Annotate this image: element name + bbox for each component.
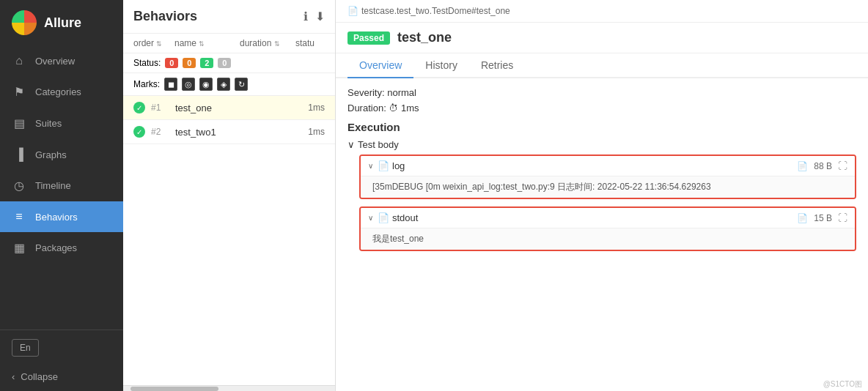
horizontal-scrollbar[interactable] <box>123 385 335 391</box>
sidebar-item-categories[interactable]: ⚑ Categories <box>0 76 123 108</box>
mark-icon-0[interactable]: ◼ <box>164 78 177 91</box>
sidebar-logo: Allure <box>0 0 123 45</box>
attachment-stdout-header[interactable]: ∨ 📄 stdout 📄 15 B ⛶ <box>361 208 855 228</box>
download-icon[interactable]: ⬇ <box>315 10 325 23</box>
detail-test-name: test_one <box>397 30 452 45</box>
detail-body: Severity: normal Duration: ⏱ 1ms Executi… <box>336 78 868 391</box>
test-duration: 1ms <box>303 127 325 137</box>
timeline-icon: ◷ <box>12 179 26 193</box>
scrollbar-thumb[interactable] <box>130 387 218 391</box>
sort-arrows-order[interactable]: ⇅ <box>156 40 162 48</box>
status-badge-passed: 2 <box>200 58 213 68</box>
chevron-down-icon: ∨ <box>347 139 355 150</box>
duration-row: Duration: ⏱ 1ms <box>347 103 856 113</box>
watermark: @S1CTO图 <box>823 379 862 390</box>
mark-icon-3[interactable]: ◈ <box>217 78 230 91</box>
attachment-log-meta: 📄 88 B ⛶ <box>797 160 847 171</box>
test-body-header: ∨ Test body <box>347 139 856 150</box>
sidebar-item-label: Overview <box>35 56 75 67</box>
sort-arrows-duration[interactable]: ⇅ <box>274 40 280 48</box>
test-name: test_two1 <box>175 127 297 138</box>
graph-icon: ▐ <box>12 148 26 161</box>
behaviors-toolbar: ℹ ⬇ <box>304 10 325 23</box>
file-size-icon: 📄 <box>797 213 808 223</box>
severity-value: normal <box>387 87 416 98</box>
detail-panel: 📄 testcase.test_two.TestDome#test_one Pa… <box>336 0 868 391</box>
sidebar-item-label: Timeline <box>35 180 71 191</box>
sidebar-item-graphs[interactable]: ▐ Graphs <box>0 139 123 170</box>
tab-retries[interactable]: Retries <box>469 53 525 78</box>
attachment-stdout-label: stdout <box>392 212 418 223</box>
sidebar-item-timeline[interactable]: ◷ Timeline <box>0 170 123 201</box>
tab-history[interactable]: History <box>413 53 469 78</box>
test-body-label: Test body <box>358 139 399 150</box>
sidebar-bottom: En ‹ Collapse <box>0 329 123 391</box>
column-duration: duration ⇅ <box>240 38 291 48</box>
mark-icon-2[interactable]: ◉ <box>199 78 213 91</box>
marks-label: Marks: <box>133 79 160 89</box>
detail-title-bar: Passed test_one <box>336 23 868 53</box>
breadcrumb-text: testcase.test_two.TestDome#test_one <box>361 6 510 16</box>
mark-icon-4[interactable]: ↻ <box>235 78 248 91</box>
packages-icon: ▦ <box>12 241 26 255</box>
test-passed-icon: ✓ <box>133 126 145 138</box>
column-order: order ⇅ <box>133 38 170 48</box>
attachment-log-title: 📄 log <box>378 160 792 171</box>
mark-icon-1[interactable]: ◎ <box>182 78 195 91</box>
collapse-label: Collapse <box>21 371 58 382</box>
marks-bar: Marks: ◼ ◎ ◉ ◈ ↻ <box>123 73 335 96</box>
allure-logo-icon <box>12 10 37 35</box>
file-icon: 📄 <box>347 6 358 16</box>
status-badge-failed: 0 <box>165 58 178 68</box>
behaviors-icon: ≡ <box>12 210 26 223</box>
sidebar-nav: ⌂ Overview ⚑ Categories ▤ Suites ▐ Graph… <box>0 45 123 329</box>
flag-icon: ⚑ <box>12 85 26 99</box>
column-status: statu <box>295 38 325 48</box>
behaviors-title: Behaviors <box>133 9 197 24</box>
sidebar-item-suites[interactable]: ▤ Suites <box>0 108 123 139</box>
test-passed-icon: ✓ <box>133 102 145 113</box>
tab-overview[interactable]: Overview <box>347 53 413 78</box>
info-icon[interactable]: ℹ <box>304 10 308 23</box>
sort-arrows-name[interactable]: ⇅ <box>199 40 205 48</box>
chevron-down-icon: ∨ <box>368 214 373 222</box>
attachment-log-label: log <box>392 160 405 171</box>
breadcrumb: 📄 testcase.test_two.TestDome#test_one <box>336 0 868 23</box>
sidebar: Allure ⌂ Overview ⚑ Categories ▤ Suites … <box>0 0 123 391</box>
duration-value: 1ms <box>401 103 419 113</box>
clock-icon: ⏱ <box>389 103 401 113</box>
column-name: name ⇅ <box>174 38 235 48</box>
collapse-button[interactable]: ‹ Collapse <box>12 371 111 382</box>
sidebar-logo-text: Allure <box>44 15 81 31</box>
file-size-icon: 📄 <box>797 161 808 171</box>
sidebar-item-overview[interactable]: ⌂ Overview <box>0 45 123 76</box>
test-name: test_one <box>175 103 297 113</box>
duration-label: Duration: <box>347 103 386 113</box>
attachment-log-size: 88 B <box>814 161 832 171</box>
attachment-stdout-size: 15 B <box>814 213 832 223</box>
sidebar-item-label: Behaviors <box>35 212 78 223</box>
test-row[interactable]: ✓ #1 test_one 1ms <box>123 96 335 120</box>
behaviors-header: Behaviors ℹ ⬇ <box>123 0 335 34</box>
test-number: #1 <box>151 103 169 113</box>
attachment-log-header[interactable]: ∨ 📄 log 📄 88 B ⛶ <box>361 156 855 176</box>
test-duration: 1ms <box>303 103 325 113</box>
file-icon: 📄 <box>378 160 389 171</box>
test-number: #2 <box>151 127 169 137</box>
sidebar-item-behaviors[interactable]: ≡ Behaviors <box>0 201 123 232</box>
passed-badge: Passed <box>347 31 390 45</box>
sidebar-item-packages[interactable]: ▦ Packages <box>0 232 123 264</box>
chevron-left-icon: ‹ <box>12 371 15 382</box>
status-badge-skipped: 0 <box>218 58 231 68</box>
test-row[interactable]: ✓ #2 test_two1 1ms <box>123 120 335 144</box>
expand-icon[interactable]: ⛶ <box>838 212 847 223</box>
severity-label: Severity: <box>347 87 385 98</box>
sidebar-item-label: Categories <box>35 86 81 97</box>
test-list: ✓ #1 test_one 1ms ✓ #2 test_two1 1ms <box>123 96 335 385</box>
language-button[interactable]: En <box>12 339 39 357</box>
expand-icon[interactable]: ⛶ <box>838 160 847 171</box>
attachment-log: ∨ 📄 log 📄 88 B ⛶ [35mDEBUG [0m weixin_ap… <box>359 154 856 199</box>
behaviors-panel: Behaviors ℹ ⬇ order ⇅ name ⇅ duration ⇅ … <box>123 0 336 391</box>
status-badge-broken: 0 <box>183 58 196 68</box>
detail-tabs: Overview History Retries <box>336 53 868 78</box>
